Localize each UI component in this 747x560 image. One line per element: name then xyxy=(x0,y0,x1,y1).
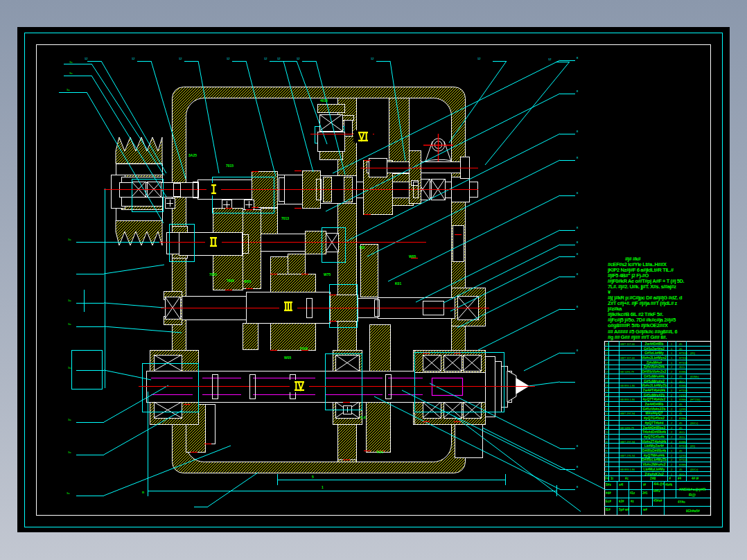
svg-text:(45): (45) xyxy=(690,351,696,355)
svg-text:7013: 7013 xyxy=(281,216,289,220)
svg-text:1: 1 xyxy=(322,485,324,489)
svg-text:12: 12 xyxy=(277,57,281,60)
svg-text:9Gh#w5#: 9Gh#w5# xyxy=(686,509,700,513)
svg-text:65Mn: 65Mn xyxy=(679,398,686,401)
svg-text:D#lRbVb#n2x2: D#lRbVb#n2x2 xyxy=(642,369,666,374)
svg-text:65Mn: 65Mn xyxy=(679,417,686,420)
svg-text:3a: 3a xyxy=(67,88,70,91)
svg-text:(65Mn): (65Mn) xyxy=(690,375,699,378)
svg-text:Zw4#T#b#d#k: Zw4#T#b#d#k xyxy=(643,388,666,392)
svg-text:Zw4#D#lRbx2: Zw4#D#lRbx2 xyxy=(643,426,666,430)
svg-text:Lk#MyLk#My: Lk#MyLk#My xyxy=(643,467,665,471)
svg-text:#pQ7G#5zx2: #pQ7G#5zx2 xyxy=(644,416,665,420)
svg-text:45: 45 xyxy=(679,342,683,346)
svg-text:45: 45 xyxy=(679,468,683,471)
svg-text:W05: W05 xyxy=(244,279,252,283)
svg-text:G#5zM#x#Zb: G#5zM#x#Zb xyxy=(644,393,665,397)
svg-text:40Cr: 40Cr xyxy=(679,365,685,369)
svg-text:2#1: 2#1 xyxy=(642,491,648,495)
svg-text:R@: R@ xyxy=(689,493,696,497)
svg-text:G#5zM#x##k: G#5zM#x##k xyxy=(644,374,665,378)
svg-text:F005: F005 xyxy=(300,347,308,351)
svg-text:20: 20 xyxy=(606,384,610,387)
svg-text:65Mn: 65Mn xyxy=(679,463,686,466)
svg-text:45: 45 xyxy=(679,421,683,425)
svg-text:HT150: HT150 xyxy=(679,361,688,365)
svg-text:12: 12 xyxy=(179,57,182,60)
svg-text:700: 700 xyxy=(359,245,365,250)
svg-text:12: 12 xyxy=(371,57,374,60)
svg-text:n: n xyxy=(142,490,144,494)
svg-text:12: 12 xyxy=(85,57,88,60)
svg-text:12: 12 xyxy=(297,57,300,60)
svg-text:HT150: HT150 xyxy=(679,389,688,392)
svg-text:#pQ7M#x##k: #pQ7M#x##k xyxy=(644,453,665,457)
svg-text:D#lRbLk#MyZb: D#lRbLk#MyZb xyxy=(642,457,667,462)
svg-text:#pQ7G#5z#k: #pQ7G#5z#k xyxy=(644,435,665,439)
svg-text:#g ## G## #j## ##T G## II#.: #g ## G## #j## ##T G## II#. xyxy=(608,334,667,340)
svg-text:12: 12 xyxy=(227,57,230,60)
svg-text:HT150: HT150 xyxy=(679,444,688,448)
svg-text:12: 12 xyxy=(606,421,610,425)
svg-text:M#x##pQ7: M#x##pQ7 xyxy=(645,411,662,415)
svg-text:3a: 3a xyxy=(69,71,73,75)
svg-text:T#b#dD#lRb#k: T#b#dD#lRb#k xyxy=(642,430,667,434)
svg-text:#5#x#: #5#x# xyxy=(653,499,662,502)
svg-text:GB/T 117-00: GB/T 117-00 xyxy=(620,343,635,346)
svg-text:16: 16 xyxy=(606,403,610,406)
svg-text:26: 26 xyxy=(606,356,610,360)
svg-text:7015: 7015 xyxy=(226,164,234,168)
svg-text:3a: 3a xyxy=(68,238,71,241)
svg-text:12: 12 xyxy=(548,58,552,61)
svg-text:18: 18 xyxy=(606,394,610,397)
svg-text:40Cr: 40Cr xyxy=(679,430,685,434)
svg-text:Vb#n2M#x#x2: Vb#n2M#x#x2 xyxy=(642,462,665,466)
svg-text:12: 12 xyxy=(132,57,135,60)
svg-text:GB 1096-79: GB 1096-79 xyxy=(620,427,634,430)
svg-text:k2#: k2# xyxy=(619,500,624,503)
svg-text:XHL@#: XHL@# xyxy=(653,482,665,486)
svg-text:65Mn: 65Mn xyxy=(679,384,686,387)
svg-text:Vb#n2Lk#Myx2: Vb#n2Lk#Myx2 xyxy=(642,356,667,360)
svg-text:t#: t# xyxy=(643,483,646,487)
svg-text:19: 19 xyxy=(606,389,610,392)
svg-text:Zw4#D#lRb: Zw4#D#lRb xyxy=(645,402,664,406)
svg-text:G#5zM#x#x2: G#5zM#x#x2 xyxy=(644,379,665,383)
svg-text:#pQ7T#b#d: #pQ7T#b#d xyxy=(644,421,663,425)
svg-text:23: 23 xyxy=(606,370,610,374)
svg-text:13: 13 xyxy=(606,417,610,420)
svg-text:Q235: Q235 xyxy=(679,408,687,411)
svg-text:45: 45 xyxy=(679,426,683,430)
svg-text:Z#B: Z#B xyxy=(650,477,656,480)
svg-text:45: 45 xyxy=(679,412,683,415)
svg-text:GB 1096-79: GB 1096-79 xyxy=(620,371,634,374)
svg-text:Ec#: Ec# xyxy=(606,500,612,503)
svg-text:65Mn: 65Mn xyxy=(679,440,686,444)
svg-text:Zw4#D#lRb: Zw4#D#lRb xyxy=(645,342,664,346)
svg-text:GB/T 297-94: GB/T 297-94 xyxy=(620,441,635,444)
svg-text:4Y#o: 4Y#o xyxy=(678,500,685,504)
svg-text:#XEI1#o@j#R: #XEI1#o@j#R xyxy=(679,487,706,491)
svg-text:R#r2: R#r2 xyxy=(653,489,661,493)
svg-text:(45): (45) xyxy=(690,444,696,448)
svg-text:ILd: ILd xyxy=(360,415,366,419)
svg-text:40Cr: 40Cr xyxy=(679,380,685,383)
svg-text:3a: 3a xyxy=(68,366,71,369)
svg-text:45: 45 xyxy=(679,347,683,351)
svg-text:GB/T 297-94: GB/T 297-94 xyxy=(620,412,635,415)
svg-text:(40Cr): (40Cr) xyxy=(690,468,698,471)
svg-text:Vb#n2T#b#d#k: Vb#n2T#b#d#k xyxy=(642,439,667,444)
svg-text:45: 45 xyxy=(679,403,683,406)
svg-text:3a: 3a xyxy=(68,322,71,326)
svg-text:12: 12 xyxy=(264,57,267,60)
svg-text:GB/T 117-00: GB/T 117-00 xyxy=(620,357,635,360)
svg-text:G#5zLk#My: G#5zLk#My xyxy=(644,351,664,355)
svg-text:F#: F# xyxy=(606,477,610,480)
svg-text:45: 45 xyxy=(679,375,683,378)
svg-text:G#5zVb#n2Zb: G#5zVb#n2Zb xyxy=(642,407,665,411)
svg-text:#b#k: #b#k xyxy=(665,483,673,487)
svg-text:Q235: Q235 xyxy=(679,394,687,397)
svg-text:3a: 3a xyxy=(68,418,71,421)
svg-text:3a: 3a xyxy=(67,491,70,495)
svg-text:#4: #4 xyxy=(678,477,682,480)
